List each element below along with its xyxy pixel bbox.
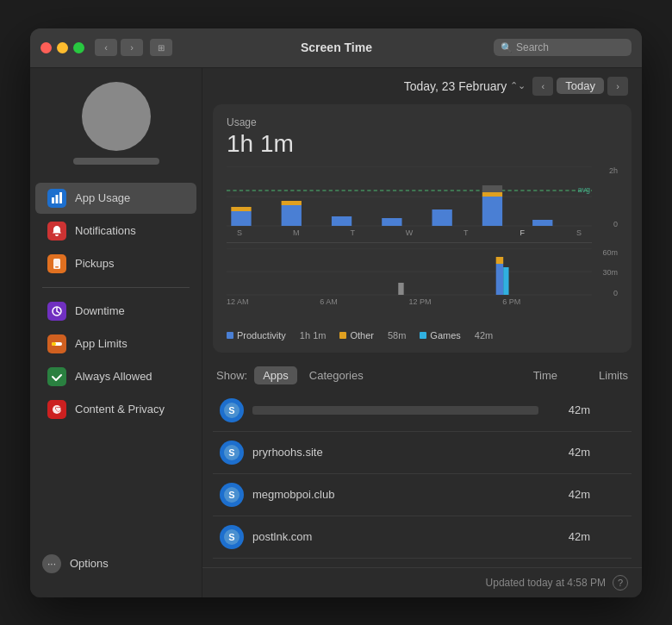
legend-productivity: Productivity [227,330,286,341]
table-row[interactable]: S megmobpoi.club 42m [213,474,632,516]
legend-games: Games [420,330,460,341]
app-icon-inner: S [224,403,240,418]
svg-text:🛡: 🛡 [55,406,62,414]
forward-button[interactable]: › [121,39,143,56]
chart-y-0-weekly: 0 [613,220,618,228]
table-row[interactable]: S 42m [213,390,632,432]
games-time: 42m [475,330,493,341]
sidebar-item-label: Always Allowed [75,370,152,383]
svg-rect-2 [59,192,62,203]
app-time: 42m [547,446,590,459]
table-row[interactable]: S pryrhoohs.site 42m [213,432,632,474]
sidebar-item-always-allowed[interactable]: Always Allowed [35,361,196,392]
svg-rect-0 [52,197,54,203]
svg-rect-18 [332,216,352,226]
other-color [339,332,346,339]
sidebar-item-content-privacy[interactable]: 🛡 Content & Privacy [35,394,196,425]
svg-rect-23 [482,185,502,192]
tab-categories[interactable]: Categories [304,366,369,384]
main-content: App Usage Notifications Pickups Downti [30,68,642,597]
app-name: megmobpoi.club [252,488,538,501]
back-button[interactable]: ‹ [95,39,117,56]
prev-date-button[interactable]: ‹ [532,77,553,96]
tab-apps[interactable]: Apps [254,366,297,384]
app-icon: S [220,525,244,549]
next-date-button[interactable]: › [607,77,628,96]
grid-button[interactable]: ⊞ [150,39,172,56]
productivity-time: 1h 1m [300,330,327,341]
app-usage-icon [47,189,66,208]
sidebar: App Usage Notifications Pickups Downti [30,68,202,597]
weekly-chart [227,166,592,227]
games-label: Games [430,330,460,341]
show-label: Show: [216,369,247,382]
sidebar-item-label: Notifications [75,224,136,237]
legend-other: Other [339,330,374,341]
date-header: Today, 23 February ⌃⌄ ‹ Today › [202,68,642,104]
svg-rect-7 [52,342,56,346]
updated-text: Updated today at 4:58 PM [486,577,606,589]
games-color [420,332,426,339]
daily-chart [227,248,592,296]
date-text: Today, 23 February ⌃⌄ [404,79,526,93]
app-icon-inner: S [224,445,240,460]
productivity-color [227,332,233,339]
window-title: Screen Time [179,41,494,54]
search-bar[interactable]: 🔍 Search [494,39,632,56]
sidebar-item-pickups[interactable]: Pickups [35,248,196,279]
svg-rect-30 [496,257,503,264]
chart-y-30m: 30m [602,268,618,277]
usage-card: Usage 1h 1m [213,104,632,353]
sidebar-item-label: Pickups [75,257,115,270]
sidebar-item-label: Downtime [75,304,125,317]
svg-rect-20 [432,209,452,226]
date-nav: ‹ Today › [532,77,628,96]
chart-legend: Productivity 1h 1m Other 58m Games 42m [227,330,618,341]
usage-label: Usage [227,116,618,128]
sidebar-item-app-usage[interactable]: App Usage [35,183,196,214]
content-privacy-icon: 🛡 [47,400,66,419]
app-time: 42m [547,403,590,416]
chart-y-60m: 60m [602,248,618,257]
nav-buttons: ‹ › [95,39,143,56]
chart-y-0-daily: 0 [613,289,618,297]
app-icon-inner: S [224,487,240,503]
sidebar-item-notifications[interactable]: Notifications [35,216,196,247]
downtime-icon [47,302,66,321]
app-icon: S [220,398,244,422]
app-name: pryrhoohs.site [252,446,538,459]
productivity-label: Productivity [237,330,286,341]
sidebar-item-downtime[interactable]: Downtime [35,296,196,327]
table-row[interactable]: S postlnk.com 42m [213,516,632,559]
date-label: Today, 23 February [404,79,507,93]
footer: Updated today at 4:58 PM ? [202,567,642,597]
options-button[interactable]: ··· Options [42,551,190,577]
help-button[interactable]: ? [613,575,628,591]
avg-label: avg [577,185,590,194]
svg-rect-16 [282,205,302,226]
day-labels: S M T W T F S [227,228,592,237]
usage-time: 1h 1m [227,130,618,158]
search-input[interactable]: Search [516,41,549,53]
right-panel: Today, 23 February ⌃⌄ ‹ Today › Usage 1h… [202,68,642,597]
show-bar: Show: Apps Categories Time Limits [202,361,642,390]
close-button[interactable] [40,42,52,53]
always-allowed-icon [47,367,66,386]
app-name: postlnk.com [252,530,538,543]
svg-rect-4 [55,266,59,268]
minimize-button[interactable] [57,42,68,53]
sidebar-item-app-limits[interactable]: App Limits [35,328,196,359]
svg-rect-29 [496,264,503,295]
svg-rect-17 [282,201,302,205]
app-icon: S [220,483,244,507]
svg-rect-24 [532,220,552,226]
maximize-button[interactable] [73,42,84,53]
col-limits-header: Limits [599,369,628,382]
today-button[interactable]: Today [557,78,604,94]
date-chevron-icon[interactable]: ⌃⌄ [510,80,526,91]
svg-rect-21 [482,197,502,226]
avatar-area [30,82,202,165]
chart-container: 2h 0 avg S M T W T F S [227,166,618,304]
app-time: 42m [547,488,590,501]
notifications-icon [47,222,66,241]
